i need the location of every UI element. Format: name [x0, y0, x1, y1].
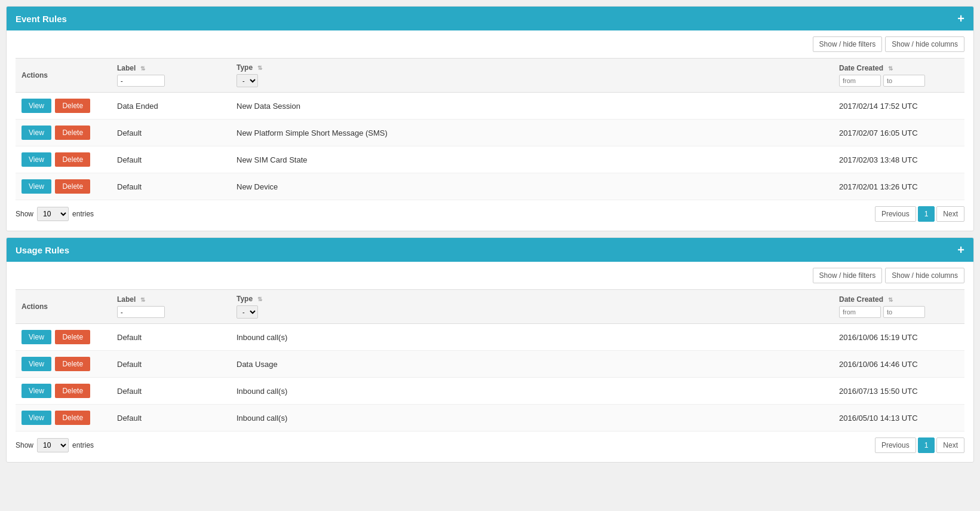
event-rules-col-label: Label ⇅ — [111, 59, 231, 93]
delete-button[interactable]: Delete — [55, 384, 90, 398]
label-cell: Default — [111, 120, 231, 146]
usage-rules-col-type: Type ⇅ - — [231, 290, 833, 324]
event-rules-tbody: View Delete Data Ended New Data Session … — [16, 93, 964, 200]
delete-button[interactable]: Delete — [55, 126, 90, 140]
event-rules-type-filter-select[interactable]: - — [236, 74, 258, 87]
label-cell: Default — [111, 405, 231, 432]
usage-rules-table: Actions Label ⇅ Type — [16, 289, 964, 432]
usage-rules-col-label-sort-icon[interactable]: ⇅ — [140, 296, 145, 303]
event-rules-page-1-button[interactable]: 1 — [918, 206, 935, 222]
actions-cell: View Delete — [16, 173, 111, 200]
table-row: View Delete Default New Device 2017/02/0… — [16, 173, 964, 200]
usage-rules-header-row: Actions Label ⇅ Type — [16, 290, 964, 324]
event-rules-col-type-sort-icon[interactable]: ⇅ — [257, 65, 262, 71]
usage-rules-col-actions: Actions — [16, 290, 111, 324]
event-rules-date-from-input[interactable] — [839, 75, 881, 87]
date-cell: 2016/05/10 14:13 UTC — [833, 405, 964, 432]
type-cell: Data Usage — [231, 351, 833, 378]
type-cell: Inbound call(s) — [231, 378, 833, 405]
event-rules-next-button[interactable]: Next — [936, 206, 964, 222]
actions-cell: View Delete — [16, 378, 111, 405]
table-row: View Delete Default Inbound call(s) 2016… — [16, 405, 964, 432]
table-row: View Delete Default Data Usage 2016/10/0… — [16, 351, 964, 378]
usage-rules-label-filter-input[interactable] — [117, 306, 165, 318]
table-row: View Delete Default Inbound call(s) 2016… — [16, 324, 964, 351]
usage-rules-add-icon[interactable]: + — [957, 244, 964, 256]
usage-rules-col-label: Label ⇅ — [111, 290, 231, 324]
event-rules-entries-select[interactable]: 10 25 50 100 — [37, 207, 69, 221]
view-button[interactable]: View — [21, 126, 51, 140]
usage-rules-col-date-sort-icon[interactable]: ⇅ — [888, 296, 893, 303]
view-button[interactable]: View — [21, 384, 51, 398]
date-cell: 2017/02/14 17:52 UTC — [833, 93, 964, 120]
usage-rules-col-label-text: Label — [117, 295, 136, 304]
delete-button[interactable]: Delete — [55, 99, 90, 113]
usage-rules-tbody: View Delete Default Inbound call(s) 2016… — [16, 324, 964, 432]
label-cell: Default — [111, 351, 231, 378]
usage-rules-pagination: Previous 1 Next — [875, 437, 964, 453]
actions-cell: View Delete — [16, 93, 111, 120]
delete-button[interactable]: Delete — [55, 357, 90, 371]
event-rules-entries-label: entries — [72, 210, 94, 218]
usage-rules-previous-button[interactable]: Previous — [875, 437, 916, 453]
usage-rules-date-to-input[interactable] — [883, 306, 925, 318]
actions-cell: View Delete — [16, 351, 111, 378]
delete-button[interactable]: Delete — [55, 152, 90, 167]
table-row: View Delete Data Ended New Data Session … — [16, 93, 964, 120]
usage-rules-show-hide-filters-button[interactable]: Show / hide filters — [813, 268, 883, 283]
event-rules-pagination: Previous 1 Next — [875, 206, 964, 222]
table-row: View Delete Default New SIM Card State 2… — [16, 146, 964, 173]
actions-cell: View Delete — [16, 120, 111, 146]
event-rules-col-date: Date Created ⇅ — [833, 59, 964, 93]
usage-rules-col-type-text: Type — [236, 295, 253, 303]
event-rules-col-label-sort-icon[interactable]: ⇅ — [140, 65, 145, 72]
date-cell: 2016/10/06 14:46 UTC — [833, 351, 964, 378]
usage-rules-header: Usage Rules + — [7, 238, 973, 262]
usage-rules-date-from-input[interactable] — [839, 306, 881, 318]
event-rules-show-label: Show — [16, 210, 33, 218]
date-cell: 2016/07/13 15:50 UTC — [833, 378, 964, 405]
view-button[interactable]: View — [21, 179, 51, 194]
event-rules-label-filter-input[interactable] — [117, 75, 165, 87]
view-button[interactable]: View — [21, 99, 51, 113]
usage-rules-type-filter-select[interactable]: - — [236, 305, 258, 319]
event-rules-date-to-input[interactable] — [883, 75, 925, 87]
date-cell: 2017/02/07 16:05 UTC — [833, 120, 964, 146]
date-cell: 2017/02/03 13:48 UTC — [833, 146, 964, 173]
label-cell: Default — [111, 146, 231, 173]
usage-rules-entries-select[interactable]: 10 25 50 100 — [37, 438, 69, 452]
type-cell: Inbound call(s) — [231, 324, 833, 351]
event-rules-previous-button[interactable]: Previous — [875, 206, 916, 222]
actions-cell: View Delete — [16, 405, 111, 432]
delete-button[interactable]: Delete — [55, 330, 90, 344]
date-cell: 2017/02/01 13:26 UTC — [833, 173, 964, 200]
event-rules-header-row: Actions Label ⇅ Type — [16, 59, 964, 93]
view-button[interactable]: View — [21, 411, 51, 425]
actions-cell: View Delete — [16, 324, 111, 351]
event-rules-show-hide-filters-button[interactable]: Show / hide filters — [813, 36, 883, 52]
view-button[interactable]: View — [21, 152, 51, 167]
event-rules-title: Event Rules — [16, 14, 67, 24]
usage-rules-toolbar: Show / hide filters Show / hide columns — [16, 268, 964, 283]
usage-rules-footer: Show 10 25 50 100 entries Previous 1 Nex… — [16, 437, 964, 453]
label-cell: Data Ended — [111, 93, 231, 120]
event-rules-section: Event Rules + Show / hide filters Show /… — [6, 6, 974, 231]
usage-rules-show-hide-columns-button[interactable]: Show / hide columns — [885, 268, 964, 283]
delete-button[interactable]: Delete — [55, 411, 90, 425]
event-rules-col-type: Type ⇅ - — [231, 59, 833, 93]
delete-button[interactable]: Delete — [55, 179, 90, 194]
event-rules-col-date-sort-icon[interactable]: ⇅ — [888, 65, 893, 72]
event-rules-show-hide-columns-button[interactable]: Show / hide columns — [885, 36, 964, 52]
usage-rules-show-label: Show — [16, 441, 33, 449]
label-cell: Default — [111, 378, 231, 405]
type-cell: New Platform Simple Short Message (SMS) — [231, 120, 833, 146]
view-button[interactable]: View — [21, 330, 51, 344]
event-rules-add-icon[interactable]: + — [957, 13, 964, 25]
usage-rules-page-1-button[interactable]: 1 — [918, 437, 935, 453]
usage-rules-col-actions-label: Actions — [21, 302, 48, 311]
view-button[interactable]: View — [21, 357, 51, 371]
event-rules-table: Actions Label ⇅ Type — [16, 58, 964, 200]
usage-rules-col-type-sort-icon[interactable]: ⇅ — [257, 296, 262, 302]
table-row: View Delete Default New Platform Simple … — [16, 120, 964, 146]
usage-rules-next-button[interactable]: Next — [936, 437, 964, 453]
